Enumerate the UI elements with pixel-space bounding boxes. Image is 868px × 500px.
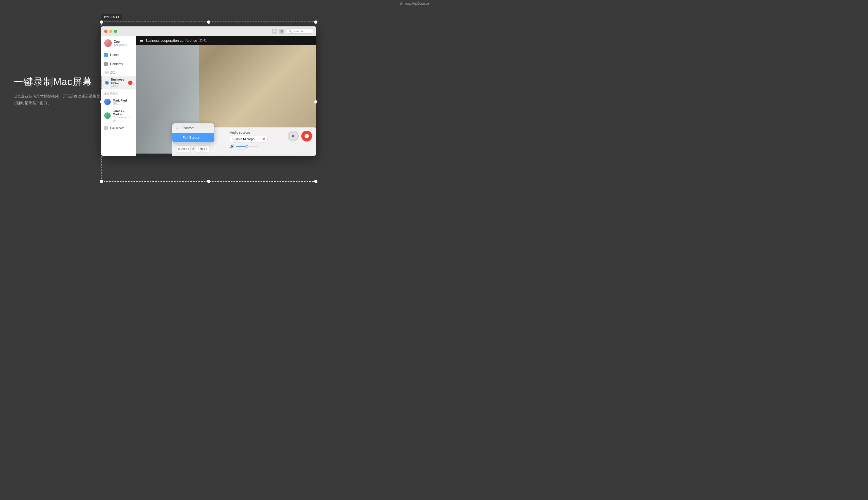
audio-source-select[interactable]: Built-in Microph... ∨ xyxy=(230,136,268,143)
handle-bottom-right[interactable] xyxy=(314,180,317,183)
record-dot xyxy=(305,134,309,138)
height-input[interactable]: 870 ⬆⬇ xyxy=(196,146,210,152)
handle-top-left[interactable] xyxy=(100,21,103,24)
handle-bottom-middle[interactable] xyxy=(207,180,210,183)
audio-section: Audio sources Built-in Microph... ∨ 🔊 xyxy=(230,130,268,148)
handle-top-right[interactable] xyxy=(314,21,317,24)
checkmark-icon: ✓ xyxy=(176,126,180,130)
volume-fill xyxy=(236,146,247,147)
volume-control: 🔊 xyxy=(230,144,268,148)
capture-frame xyxy=(101,22,316,182)
width-input[interactable]: 1029 ⬆⬇ xyxy=(177,146,191,152)
audio-source-label: Built-in Microph... xyxy=(232,137,257,141)
capture-mode-dropdown: ✓ Custom Full Screen xyxy=(172,123,214,142)
audio-label: Audio sources xyxy=(230,130,268,134)
start-record-button[interactable] xyxy=(301,130,312,141)
watermark-text: www.MacDown.com xyxy=(404,2,431,5)
handle-middle-left[interactable] xyxy=(100,100,103,103)
handle-middle-right[interactable] xyxy=(314,100,317,103)
watermark: 🔗 www.MacDown.com xyxy=(400,2,431,5)
volume-slider[interactable] xyxy=(236,146,258,147)
volume-thumb xyxy=(246,145,248,148)
handle-top-middle[interactable] xyxy=(207,21,210,24)
dropdown-fullscreen-label: Full Screen xyxy=(183,136,200,139)
cancel-button[interactable]: ✕ xyxy=(288,130,298,141)
watermark-icon: 🔗 xyxy=(400,2,403,5)
handle-bottom-left[interactable] xyxy=(100,180,103,183)
screenshot-area: 650×430 ⬜ ▦ 🔍 Search xyxy=(93,19,320,197)
volume-icon: 🔊 xyxy=(230,144,235,148)
action-buttons: ✕ xyxy=(288,130,312,141)
capture-dimensions-label: 650×430 xyxy=(101,14,122,20)
audio-chevron: ∨ xyxy=(263,137,265,141)
dropdown-custom-option[interactable]: ✓ Custom xyxy=(172,123,214,133)
dimension-inputs: 1029 ⬆⬇ × 870 ⬆⬇ xyxy=(177,146,210,152)
width-value: 1029 xyxy=(178,147,185,151)
separator: × xyxy=(192,147,194,151)
height-value: 870 xyxy=(198,147,203,151)
dropdown-custom-label: Custom xyxy=(183,126,195,130)
dropdown-fullscreen-option[interactable]: Full Screen xyxy=(172,133,214,142)
